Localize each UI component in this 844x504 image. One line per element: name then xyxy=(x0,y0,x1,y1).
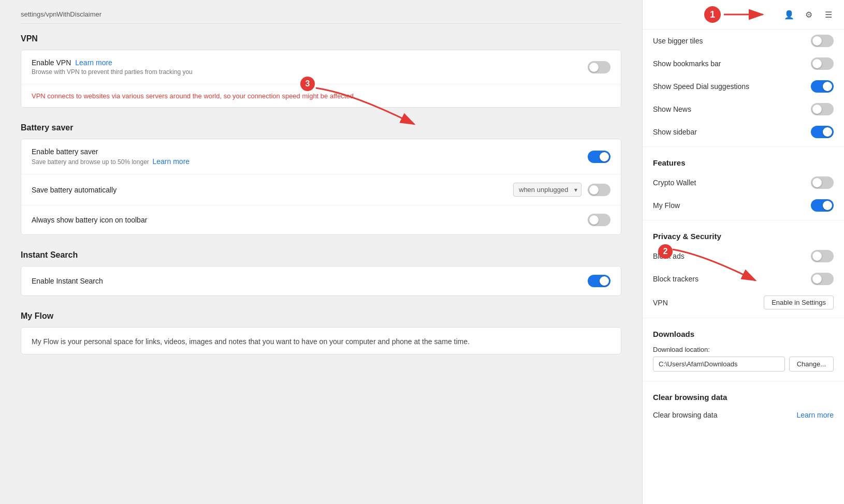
vpn-right-row: VPN Enable in Settings xyxy=(643,290,844,315)
instant-search-toggle-thumb xyxy=(600,276,609,286)
show-sidebar-toggle[interactable] xyxy=(811,126,834,138)
show-bookmarks-thumb xyxy=(812,59,822,68)
badge-1: 1 xyxy=(704,6,721,23)
use-bigger-tiles-label: Use bigger tiles xyxy=(653,37,703,45)
downloads-title: Downloads xyxy=(643,321,844,343)
battery-icon-title: Always show battery icon on toolbar xyxy=(32,216,588,224)
battery-icon-label: Always show battery icon on toolbar xyxy=(32,216,147,224)
settings-icon[interactable]: ⚙ xyxy=(802,7,816,22)
show-speed-dial-thumb xyxy=(823,82,832,91)
crypto-wallet-thumb xyxy=(812,178,822,187)
instant-search-label-row: Enable Instant Search xyxy=(32,277,588,285)
save-battery-auto-info: Save battery automatically xyxy=(32,186,513,194)
section-vpn-title: VPN xyxy=(21,34,621,43)
clear-browsing-title: Clear browsing data xyxy=(643,384,844,406)
show-news-toggle[interactable] xyxy=(811,103,834,115)
crypto-wallet-toggle[interactable] xyxy=(811,176,834,189)
instant-search-card: Enable Instant Search xyxy=(21,266,621,296)
block-trackers-toggle[interactable] xyxy=(811,273,834,285)
use-bigger-tiles-row: Use bigger tiles xyxy=(643,29,844,52)
left-content: settings/vpnWithDisclaimer VPN Enable VP… xyxy=(21,10,621,354)
battery-toggle-thumb xyxy=(600,152,609,161)
battery-dropdown-wrapper: when unplugged xyxy=(513,183,581,197)
header-badges-area: 1 xyxy=(651,4,776,25)
show-bookmarks-toggle[interactable] xyxy=(811,57,834,70)
privacy-security-title: Privacy & Security xyxy=(643,224,844,245)
show-news-row: Show News xyxy=(643,98,844,121)
my-flow-right-row: My Flow xyxy=(643,194,844,217)
use-bigger-tiles-toggle[interactable] xyxy=(811,35,834,47)
block-ads-track xyxy=(811,250,834,262)
my-flow-title: My Flow xyxy=(21,312,621,321)
section-battery-saver: Battery saver Enable battery saver Save … xyxy=(21,123,621,235)
show-bookmarks-bar-label: Show bookmarks bar xyxy=(653,60,721,68)
show-news-track xyxy=(811,103,834,115)
vpn-learn-more[interactable]: Learn more xyxy=(75,58,112,67)
battery-desc: Save battery and browse up to 50% longer… xyxy=(32,157,588,166)
annotation-2-badge: 2 xyxy=(658,244,673,259)
show-news-thumb xyxy=(812,105,822,114)
battery-icon-toggle-track xyxy=(588,214,610,226)
enable-in-settings-button[interactable]: Enable in Settings xyxy=(764,295,834,309)
enable-instant-search-row: Enable Instant Search xyxy=(21,266,621,295)
divider-2 xyxy=(643,220,844,220)
show-speed-dial-row: Show Speed Dial suggestions xyxy=(643,75,844,98)
arrow-1-svg xyxy=(724,4,776,25)
download-path-input[interactable] xyxy=(653,357,785,372)
show-sidebar-label: Show sidebar xyxy=(653,128,697,136)
vpn-toggle[interactable] xyxy=(588,61,610,73)
show-bookmarks-bar-row: Show bookmarks bar xyxy=(643,52,844,75)
show-speed-dial-label: Show Speed Dial suggestions xyxy=(653,82,749,91)
menu-icon[interactable]: ☰ xyxy=(821,7,836,22)
vpn-desc: Browse with VPN to prevent third parties… xyxy=(32,68,588,76)
battery-icon-info: Always show battery icon on toolbar xyxy=(32,216,588,224)
block-ads-toggle[interactable] xyxy=(811,250,834,262)
my-flow-right-track xyxy=(811,199,834,212)
battery-label: Enable battery saver xyxy=(32,147,98,156)
show-speed-dial-toggle[interactable] xyxy=(811,80,834,93)
right-panel-header-icons: 👤 ⚙ ☰ xyxy=(782,7,836,22)
divider-4 xyxy=(643,381,844,381)
save-battery-auto-toggle[interactable] xyxy=(588,184,610,196)
clear-browsing-label: Clear browsing data xyxy=(653,411,718,419)
use-bigger-tiles-track xyxy=(811,35,834,47)
vpn-toggle-thumb xyxy=(589,63,599,72)
vpn-warning-text: VPN connects to websites via various ser… xyxy=(32,92,354,100)
enable-battery-row: Enable battery saver Save battery and br… xyxy=(21,139,621,174)
use-bigger-tiles-thumb xyxy=(812,36,822,46)
battery-toggle[interactable] xyxy=(588,151,610,163)
show-bookmarks-track xyxy=(811,57,834,70)
vpn-toggle-track xyxy=(588,61,610,73)
section-instant-search: Instant Search Enable Instant Search xyxy=(21,250,621,296)
clear-browsing-learn-more[interactable]: Learn more xyxy=(796,411,834,419)
save-battery-auto-toggle-track xyxy=(588,184,610,196)
block-trackers-thumb xyxy=(812,274,822,284)
my-flow-card: My Flow is your personal space for links… xyxy=(21,327,621,354)
my-flow-info: My Flow is your personal space for links… xyxy=(32,336,610,346)
divider-1 xyxy=(643,146,844,147)
download-location-input-row: Change... xyxy=(653,357,834,372)
battery-learn-more[interactable]: Learn more xyxy=(152,157,190,166)
right-panel-header: 1 👤 ⚙ ☰ xyxy=(643,0,844,29)
show-sidebar-track xyxy=(811,126,834,138)
divider-3 xyxy=(643,318,844,318)
show-sidebar-row: Show sidebar xyxy=(643,121,844,143)
save-battery-auto-label: Save battery automatically xyxy=(32,186,117,194)
show-sidebar-thumb xyxy=(823,127,832,137)
my-flow-right-thumb xyxy=(823,201,832,210)
instant-search-toggle-track xyxy=(588,275,610,287)
right-panel: 1 👤 ⚙ ☰ Use bigger tiles S xyxy=(642,0,844,504)
my-flow-right-label: My Flow xyxy=(653,201,680,210)
battery-dropdown[interactable]: when unplugged xyxy=(513,183,581,197)
section-vpn: VPN Enable VPN Learn more Browse with VP… xyxy=(21,34,621,108)
download-location-label: Download location: xyxy=(653,346,834,353)
crypto-wallet-label: Crypto Wallet xyxy=(653,179,696,187)
arrow-2-svg xyxy=(673,249,776,291)
my-flow-right-toggle[interactable] xyxy=(811,199,834,212)
person-icon[interactable]: 👤 xyxy=(782,7,796,22)
crypto-wallet-track xyxy=(811,176,834,189)
change-download-button[interactable]: Change... xyxy=(789,357,834,372)
battery-icon-toggle[interactable] xyxy=(588,214,610,226)
save-battery-auto-row: Save battery automatically when unplugge… xyxy=(21,174,621,205)
instant-search-toggle[interactable] xyxy=(588,275,610,287)
